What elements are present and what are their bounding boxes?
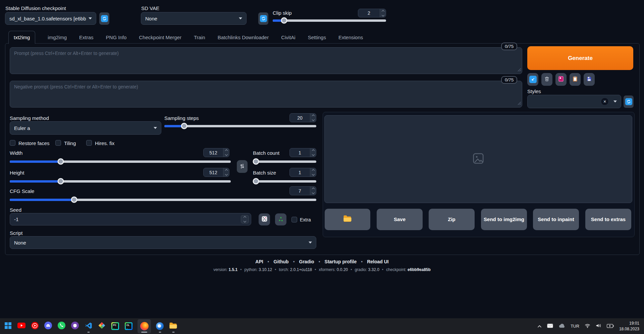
prompt-textarea[interactable]: Prompt (press Ctrl+Enter or Alt+Enter to… [10, 47, 522, 74]
zip-button[interactable]: Zip [429, 209, 475, 230]
mail-icon[interactable] [547, 323, 553, 329]
seed-input[interactable]: -1 [10, 213, 251, 225]
sampling-method-dropdown[interactable]: Euler a [10, 121, 161, 135]
firefox-app[interactable] [138, 319, 151, 333]
sampling-steps-input[interactable]: 20 [289, 113, 316, 122]
language-indicator[interactable]: TUR [571, 324, 579, 329]
send-to-extras-button[interactable]: Send to extras [585, 209, 631, 230]
cfg-scale-input[interactable]: 7 [289, 186, 316, 195]
hires-fix-checkbox[interactable] [86, 140, 92, 146]
width-input[interactable]: 512 [203, 148, 229, 157]
save-button[interactable]: Save [377, 209, 423, 230]
git-extensions-app[interactable] [97, 319, 106, 333]
battery-icon[interactable] [607, 323, 614, 329]
clion-app[interactable]: CL_ [124, 319, 133, 333]
tab-checkpoint-merger[interactable]: Checkpoint Merger [139, 31, 181, 44]
reuse-seed-button[interactable] [275, 213, 286, 225]
refresh-vae-button[interactable] [258, 12, 268, 25]
browser-app[interactable] [155, 319, 164, 333]
batch-count-slider[interactable] [253, 158, 316, 165]
whatsapp-app[interactable] [57, 319, 66, 333]
sampling-steps-slider-handle[interactable] [181, 123, 187, 129]
sampling-steps-slider[interactable] [164, 123, 316, 130]
refresh-styles-button[interactable] [624, 95, 634, 108]
api-link[interactable]: API [255, 259, 263, 264]
spinner[interactable] [310, 168, 316, 177]
spinner[interactable] [223, 148, 229, 157]
random-seed-button[interactable] [259, 213, 270, 225]
tab-extras[interactable]: Extras [79, 31, 94, 44]
spinner[interactable] [223, 168, 229, 177]
extra-networks-button[interactable] [555, 73, 567, 86]
negative-prompt-textarea[interactable]: Negative prompt (press Ctrl+Enter or Alt… [10, 81, 522, 108]
spinner[interactable] [310, 114, 316, 122]
resize-handle-icon[interactable] [518, 101, 521, 107]
sd-vae-dropdown[interactable]: None [141, 12, 247, 25]
onedrive-cloud-icon[interactable] [558, 323, 565, 329]
cfg-scale-slider-handle[interactable] [71, 197, 77, 203]
restore-faces-label[interactable]: Restore faces [18, 140, 50, 146]
tab-png-info[interactable]: PNG Info [106, 31, 127, 44]
save-style-button[interactable] [584, 73, 595, 86]
spinner[interactable] [310, 148, 316, 157]
tab-train[interactable]: Train [194, 31, 205, 44]
batch-size-input[interactable]: 1 [289, 168, 316, 177]
tab-img2img[interactable]: img2img [48, 31, 67, 44]
spinner[interactable] [241, 215, 249, 223]
tab-settings[interactable]: Settings [308, 31, 326, 44]
tab-civitai[interactable]: CivitAi [281, 31, 296, 44]
width-slider[interactable] [10, 158, 231, 165]
spinner[interactable] [380, 9, 386, 17]
youtube-music-app[interactable] [30, 319, 39, 333]
seed-extra-label[interactable]: Extra [300, 217, 311, 222]
pycharm-app[interactable]: PC_ [111, 319, 120, 333]
height-slider[interactable] [10, 178, 231, 185]
discord-app[interactable] [44, 319, 53, 333]
resize-handle-icon[interactable] [518, 67, 521, 73]
spinner[interactable] [310, 187, 316, 195]
start-button[interactable] [3, 319, 12, 333]
apply-style-clipboard-button[interactable] [570, 73, 581, 86]
volume-icon[interactable] [596, 323, 601, 329]
tiling-label[interactable]: Tiling [64, 140, 76, 146]
reload-ui-link[interactable]: Reload UI [367, 259, 389, 264]
open-output-folder-button[interactable] [325, 209, 370, 230]
github-link[interactable]: Github [274, 259, 289, 264]
wifi-icon[interactable] [585, 323, 590, 329]
clear-prompt-button[interactable] [541, 73, 552, 86]
youtube-app[interactable] [17, 319, 26, 333]
seed-extra-checkbox[interactable] [291, 217, 297, 222]
generate-button[interactable]: Generate [527, 46, 633, 70]
swap-dimensions-button[interactable] [237, 160, 248, 173]
send-to-inpaint-button[interactable]: Send to inpaint [533, 209, 579, 230]
batch-size-slider-handle[interactable] [253, 178, 259, 185]
hires-fix-label[interactable]: Hires. fix [95, 140, 114, 146]
file-explorer-app[interactable] [169, 319, 178, 333]
paste-generation-params-button[interactable] [527, 73, 538, 86]
cfg-scale-slider[interactable] [10, 197, 316, 203]
restore-faces-checkbox[interactable] [10, 140, 15, 146]
clip-skip-slider-handle[interactable] [281, 17, 287, 24]
clip-skip-input[interactable]: 2 [358, 9, 386, 17]
taskbar-clock[interactable]: 19:01 18.08.2023 [619, 321, 639, 332]
batch-count-slider-handle[interactable] [253, 158, 259, 165]
tab-txt2img[interactable]: txt2img [8, 31, 35, 44]
width-slider-handle[interactable] [57, 158, 64, 165]
script-dropdown[interactable]: None [10, 236, 316, 249]
clip-skip-slider[interactable] [273, 17, 386, 24]
height-slider-handle[interactable] [57, 178, 64, 185]
batch-count-input[interactable]: 1 [289, 148, 316, 157]
refresh-checkpoint-button[interactable] [99, 12, 109, 25]
gradio-link[interactable]: Gradio [299, 259, 314, 264]
styles-dropdown[interactable]: ✕ [527, 95, 621, 108]
tiling-checkbox[interactable] [55, 140, 61, 146]
height-input[interactable]: 512 [203, 168, 229, 177]
tab-extensions[interactable]: Extensions [338, 31, 363, 44]
clear-styles-icon[interactable]: ✕ [601, 97, 609, 106]
tray-chevron-up-icon[interactable] [537, 323, 542, 329]
checkpoint-dropdown[interactable]: sd_xl_base_1.0.safetensors [e6bb9ea85b] [5, 12, 96, 25]
vscode-app[interactable] [84, 319, 93, 333]
batch-size-slider[interactable] [253, 178, 316, 185]
tab-batchlinks-downloader[interactable]: Batchlinks Downloader [218, 31, 269, 44]
startup-profile-link[interactable]: Startup profile [325, 259, 357, 264]
